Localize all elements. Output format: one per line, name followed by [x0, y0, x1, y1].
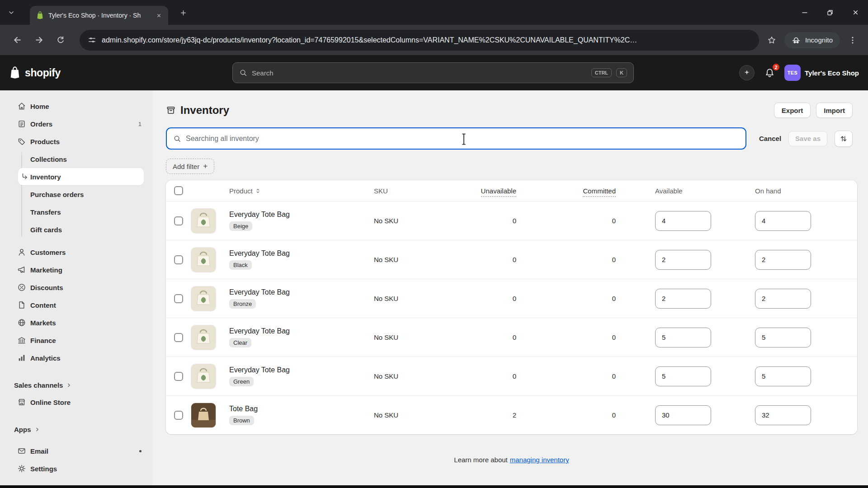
- global-search-input[interactable]: [252, 69, 587, 77]
- sidebar-item-purchase-orders[interactable]: Purchase orders: [5, 186, 147, 203]
- sidebar: Home Orders 1 Products Collections Inven…: [0, 90, 152, 485]
- row-checkbox[interactable]: [174, 411, 183, 420]
- add-filter-button[interactable]: Add filter +: [166, 159, 214, 174]
- unavailable-cell: 2: [464, 411, 516, 419]
- available-input[interactable]: [655, 289, 711, 309]
- sidebar-section-sales-channels[interactable]: Sales channels: [5, 376, 147, 394]
- product-name[interactable]: Everyday Tote Bag: [229, 249, 290, 258]
- sidebar-item-content[interactable]: Content: [5, 296, 147, 314]
- sidebar-item-products[interactable]: Products: [5, 133, 147, 150]
- cancel-button[interactable]: Cancel: [759, 135, 781, 142]
- save-as-button[interactable]: Save as: [788, 131, 827, 146]
- on-hand-input[interactable]: [755, 366, 811, 386]
- row-checkbox[interactable]: [174, 255, 183, 264]
- notifications-button[interactable]: 2: [763, 66, 776, 80]
- select-all-checkbox[interactable]: [174, 186, 183, 195]
- global-search[interactable]: CTRL K: [232, 62, 634, 83]
- sku-cell: No SKU: [374, 256, 464, 263]
- committed-cell: 0: [516, 372, 616, 380]
- new-tab-button[interactable]: [175, 5, 191, 20]
- available-input[interactable]: [655, 366, 711, 386]
- row-checkbox[interactable]: [174, 372, 183, 381]
- sidebar-item-online-store[interactable]: Online Store: [5, 394, 147, 411]
- sidebar-item-finance[interactable]: Finance: [5, 332, 147, 349]
- on-hand-input[interactable]: [755, 289, 811, 309]
- sidebar-item-orders[interactable]: Orders 1: [5, 115, 147, 132]
- tab-list-chevron-button[interactable]: [4, 5, 19, 20]
- topbar-right-cluster: 2 TES Tyler's Eco Shop: [739, 65, 859, 81]
- taskbar-edge: [0, 485, 868, 488]
- sidebar-item-collections[interactable]: Collections: [5, 150, 147, 168]
- sidebar-item-gift-cards[interactable]: Gift cards: [5, 221, 147, 238]
- sidebar-item-markets[interactable]: Markets: [5, 314, 147, 331]
- import-button[interactable]: Import: [816, 103, 853, 118]
- sidebar-item-email[interactable]: Email: [5, 442, 147, 460]
- sidebar-item-home[interactable]: Home: [5, 98, 147, 115]
- row-checkbox[interactable]: [174, 333, 183, 342]
- sidebar-item-inventory[interactable]: Inventory: [18, 168, 144, 185]
- on-hand-input[interactable]: [755, 328, 811, 347]
- sidebar-item-discounts[interactable]: Discounts: [5, 279, 147, 296]
- unavailable-cell: 0: [464, 256, 516, 263]
- product-name[interactable]: Everyday Tote Bag: [229, 366, 290, 374]
- site-settings-icon[interactable]: [88, 36, 96, 44]
- available-input[interactable]: [655, 250, 711, 270]
- unavailable-cell: 0: [464, 217, 516, 225]
- address-bar[interactable]: admin.shopify.com/store/jy63jq-dc/produc…: [80, 30, 759, 51]
- product-sort-icon: [255, 188, 261, 194]
- sidekick-button[interactable]: [739, 65, 755, 80]
- export-button[interactable]: Export: [774, 103, 811, 118]
- available-input[interactable]: [655, 328, 711, 347]
- available-input[interactable]: [655, 211, 711, 231]
- managing-inventory-link[interactable]: managing inventory: [510, 456, 569, 464]
- browser-toolbar: admin.shopify.com/store/jy63jq-dc/produc…: [0, 25, 868, 55]
- product-thumbnail: [191, 209, 216, 233]
- sidebar-item-customers[interactable]: Customers: [5, 244, 147, 261]
- column-header-product[interactable]: Product: [229, 187, 374, 195]
- sidebar-item-settings[interactable]: Settings: [5, 460, 147, 477]
- chevron-right-icon: [34, 427, 40, 432]
- sidebar-section-apps[interactable]: Apps: [5, 421, 147, 438]
- on-hand-input[interactable]: [755, 250, 811, 270]
- product-name[interactable]: Everyday Tote Bag: [229, 288, 290, 296]
- back-button[interactable]: [8, 31, 26, 49]
- text-cursor: [461, 133, 467, 145]
- row-checkbox[interactable]: [174, 216, 183, 225]
- available-input[interactable]: [655, 405, 711, 425]
- shopify-bag-icon: [9, 66, 21, 79]
- browser-tab[interactable]: Tyler's Eco Shop · Inventory · Sh: [30, 6, 168, 25]
- sidebar-item-analytics[interactable]: Analytics: [5, 349, 147, 366]
- discount-icon: [17, 283, 26, 292]
- bookmark-star-button[interactable]: [763, 31, 781, 49]
- product-thumbnail: [191, 403, 216, 427]
- products-subnav: Collections Inventory Purchase orders Tr…: [5, 150, 147, 238]
- browser-menu-button[interactable]: [844, 31, 862, 49]
- store-menu[interactable]: TES Tyler's Eco Shop: [784, 65, 859, 81]
- shopify-logo[interactable]: shopify: [9, 66, 61, 79]
- sparkle-icon: [743, 69, 751, 77]
- unavailable-cell: 0: [464, 295, 516, 302]
- reload-button[interactable]: [52, 31, 70, 49]
- table-row: Everyday Tote Bag Beige No SKU 0 0: [166, 201, 857, 240]
- inventory-search[interactable]: [166, 127, 746, 150]
- window-restore-button[interactable]: [817, 0, 843, 25]
- variant-chip: Bronze: [229, 299, 256, 309]
- globe-icon: [17, 318, 26, 327]
- on-hand-input[interactable]: [755, 211, 811, 231]
- forward-button[interactable]: [30, 31, 48, 49]
- product-name[interactable]: Tote Bag: [229, 405, 258, 413]
- window-minimize-button[interactable]: [792, 0, 817, 25]
- tab-close-button[interactable]: [154, 10, 164, 20]
- variant-chip: Beige: [229, 221, 252, 231]
- sidebar-item-marketing[interactable]: Marketing: [5, 261, 147, 278]
- tab-title: Tyler's Eco Shop · Inventory · Sh: [48, 12, 149, 19]
- product-name[interactable]: Everyday Tote Bag: [229, 327, 290, 335]
- product-name[interactable]: Everyday Tote Bag: [229, 211, 290, 219]
- on-hand-input[interactable]: [755, 405, 811, 425]
- sort-button[interactable]: [835, 131, 853, 147]
- sort-arrows-icon: [840, 135, 848, 143]
- browser-chrome: Tyler's Eco Shop · Inventory · Sh admin.…: [0, 0, 868, 55]
- window-close-button[interactable]: [843, 0, 868, 25]
- sidebar-item-transfers[interactable]: Transfers: [5, 203, 147, 221]
- row-checkbox[interactable]: [174, 294, 183, 303]
